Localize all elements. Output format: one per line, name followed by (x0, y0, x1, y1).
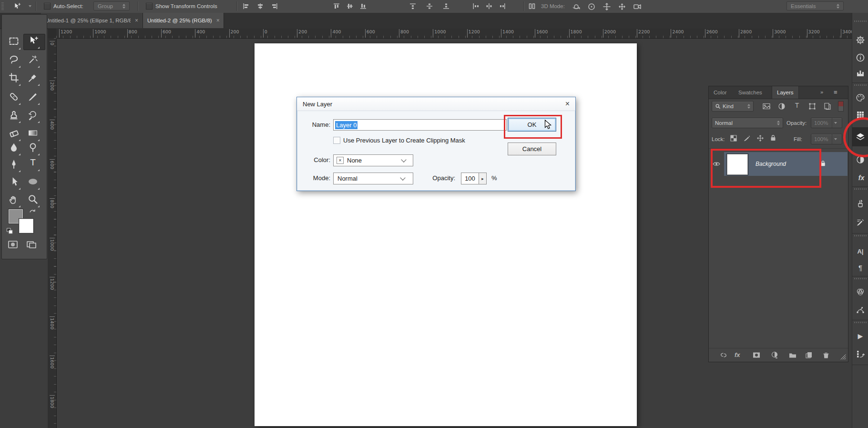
history-panel-icon[interactable] (854, 348, 867, 360)
rectangular-marquee-tool-icon[interactable] (8, 36, 20, 48)
blend-mode-select[interactable]: Normal (712, 118, 783, 128)
delete-layer-trash-icon[interactable] (822, 351, 830, 359)
lasso-tool-icon[interactable] (8, 54, 20, 66)
blur-tool-icon[interactable] (8, 142, 20, 154)
filter-pixel-layers-icon[interactable] (762, 102, 771, 111)
dodge-tool-icon[interactable] (27, 142, 39, 154)
pen-tool-icon[interactable] (8, 158, 20, 171)
dock-grip[interactable] (854, 84, 867, 86)
character-panel-icon[interactable]: A| (854, 245, 867, 257)
align-right-edges-icon[interactable] (271, 2, 278, 10)
link-layers-icon[interactable] (719, 351, 728, 359)
opacity-input[interactable]: 100 (461, 173, 479, 184)
layers-panel-icon[interactable] (854, 131, 867, 143)
actions-panel-icon[interactable]: ▶ (854, 330, 867, 342)
vertical-ruler[interactable]: 020040060080010001200140016001800 (48, 38, 57, 428)
auto-select-checkbox[interactable] (44, 3, 51, 10)
magic-wand-tool-icon[interactable] (27, 54, 39, 66)
dock-grip[interactable] (854, 188, 867, 190)
dock-grip[interactable] (854, 278, 867, 279)
show-transform-checkbox[interactable] (146, 3, 153, 10)
add-layer-mask-icon[interactable] (752, 351, 761, 359)
new-group-folder-icon[interactable] (788, 351, 797, 359)
layer-name[interactable]: Background (756, 161, 786, 167)
expand-panel-icon[interactable]: » (820, 89, 822, 95)
panel-resize-grip[interactable] (840, 354, 847, 360)
navigator-panel-icon[interactable] (854, 34, 867, 46)
layer-style-fx-icon[interactable]: fx (735, 351, 740, 358)
quick-mask-icon[interactable] (8, 240, 18, 249)
distribute-left-edges-icon[interactable] (472, 2, 480, 10)
history-brush-tool-icon[interactable] (27, 109, 39, 122)
options-bar-grip[interactable] (1, 2, 4, 10)
clipping-mask-checkbox[interactable] (333, 137, 340, 144)
lock-transparency-icon[interactable] (730, 134, 737, 142)
filter-adjustment-layers-icon[interactable] (777, 102, 786, 111)
background-color-swatch[interactable] (19, 219, 33, 233)
3d-roll-icon[interactable] (587, 2, 596, 11)
lock-pixels-icon[interactable] (743, 134, 751, 142)
distribute-spacing-icon[interactable] (528, 2, 536, 10)
clone-stamp-tool-icon[interactable] (8, 109, 20, 122)
align-horizontal-centers-icon[interactable] (256, 2, 264, 10)
crop-tool-icon[interactable] (8, 72, 20, 84)
close-tab-icon[interactable]: × (135, 17, 138, 24)
filter-type-layers-icon[interactable]: T (793, 102, 801, 110)
document-tab-untitled-2[interactable]: Untitled-2 @ 25% (RGB/8) × (143, 13, 224, 28)
path-selection-tool-icon[interactable] (8, 176, 20, 188)
opacity-spinner[interactable]: ▸ (479, 173, 487, 184)
default-colors-icon[interactable] (6, 227, 13, 234)
3d-slide-icon[interactable] (618, 2, 626, 11)
dialog-titlebar[interactable] (297, 97, 575, 111)
spot-healing-brush-tool-icon[interactable] (8, 91, 20, 103)
lock-position-icon[interactable] (756, 134, 764, 142)
tab-color[interactable]: Color (709, 86, 731, 99)
new-layer-icon[interactable] (805, 351, 813, 359)
adjustments-panel-icon[interactable] (854, 154, 867, 165)
zoom-tool-icon[interactable] (27, 194, 39, 206)
document-tab-untitled-1[interactable]: Untitled-1 @ 25% (Ellipse 1, RGB/8) * × (41, 13, 143, 28)
paths-panel-icon[interactable] (854, 305, 867, 316)
tab-layers[interactable]: Layers (772, 86, 799, 99)
close-dialog-icon[interactable]: × (565, 100, 570, 108)
swatches-panel-icon[interactable] (854, 109, 867, 121)
ruler-origin-box[interactable] (48, 29, 57, 39)
mode-select[interactable]: Normal (333, 173, 413, 184)
panel-menu-icon[interactable]: ≡ (834, 89, 837, 96)
workspace-switcher[interactable]: Essentials (786, 1, 844, 10)
type-tool-icon[interactable]: T (27, 157, 39, 170)
screen-mode-icon[interactable] (26, 240, 37, 249)
layer-visibility-eye-icon[interactable] (712, 161, 721, 167)
distribute-vertical-centers-icon[interactable] (426, 2, 433, 10)
align-bottom-edges-icon[interactable] (359, 2, 367, 10)
distribute-top-edges-icon[interactable] (409, 2, 417, 10)
color-panel-icon[interactable] (854, 92, 867, 103)
brush-tool-icon[interactable] (27, 91, 39, 103)
align-left-edges-icon[interactable] (242, 2, 250, 10)
distribute-right-edges-icon[interactable] (499, 2, 506, 10)
3d-orbit-icon[interactable] (572, 2, 581, 11)
horizontal-ruler[interactable]: 1200100080060040020002004006008001000120… (56, 29, 852, 39)
paragraph-panel-icon[interactable]: ¶ (854, 262, 867, 273)
info-panel-icon[interactable] (854, 52, 867, 63)
3d-camera-icon[interactable] (633, 2, 642, 11)
gradient-tool-icon[interactable] (27, 127, 39, 140)
brush-presets-panel-icon[interactable] (854, 217, 867, 228)
dock-grip[interactable] (854, 322, 867, 323)
lock-all-icon[interactable] (769, 134, 777, 142)
new-adjustment-layer-icon[interactable] (770, 351, 779, 359)
swap-colors-icon[interactable] (29, 208, 36, 216)
cancel-button[interactable]: Cancel (508, 143, 556, 155)
filtering-toggle[interactable] (838, 101, 844, 112)
close-tab-icon[interactable]: × (216, 17, 220, 24)
dock-grip[interactable] (854, 20, 867, 22)
filter-smart-objects-icon[interactable] (823, 102, 832, 111)
align-top-edges-icon[interactable] (333, 2, 340, 10)
distribute-bottom-edges-icon[interactable] (442, 2, 450, 10)
layer-thumbnail[interactable] (727, 154, 748, 175)
eraser-tool-icon[interactable] (8, 127, 20, 140)
eyedropper-tool-icon[interactable] (27, 72, 39, 84)
layer-name-input[interactable]: Layer 0 (333, 119, 507, 131)
brush-panel-icon[interactable] (854, 198, 867, 209)
move-tool-icon[interactable] (27, 35, 39, 47)
